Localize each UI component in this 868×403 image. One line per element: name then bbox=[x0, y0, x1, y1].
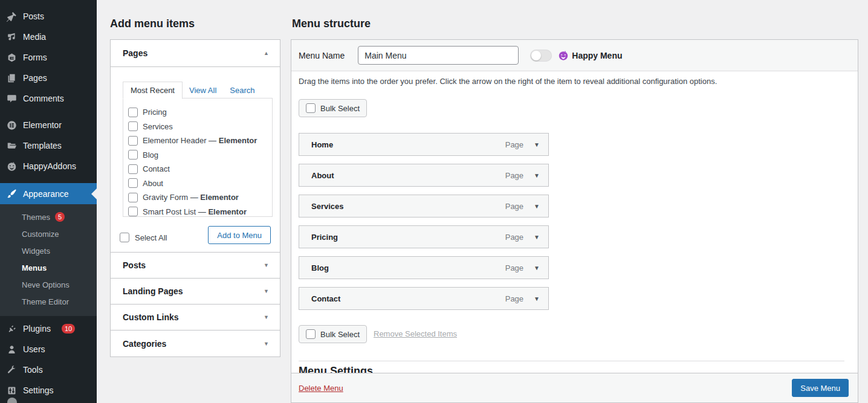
chevron-down-icon: ▼ bbox=[264, 288, 269, 294]
page-checkbox[interactable] bbox=[128, 108, 138, 117]
bulk-select-checkbox[interactable] bbox=[306, 329, 316, 339]
menu-name-input[interactable] bbox=[358, 46, 519, 65]
appearance-submenu: Themes 5 Customize Widgets Menus Neve Op… bbox=[0, 204, 97, 316]
page-checkbox[interactable] bbox=[128, 121, 138, 131]
expand-item-icon[interactable]: ▼ bbox=[534, 265, 540, 271]
happy-menu-label: Happy Menu bbox=[572, 51, 622, 60]
expand-item-icon[interactable]: ▼ bbox=[534, 172, 540, 179]
list-item: About bbox=[128, 176, 272, 191]
sidebar-item-plugins[interactable]: Plugins 10 bbox=[0, 318, 97, 339]
list-item: Blog bbox=[128, 148, 272, 163]
page-checkbox[interactable] bbox=[128, 178, 138, 188]
page-checkbox[interactable] bbox=[128, 150, 138, 160]
accordion-landing-pages[interactable]: Landing Pages ▼ bbox=[111, 279, 280, 305]
submenu-item-menus[interactable]: Menus bbox=[0, 259, 97, 276]
tab-view-all[interactable]: View All bbox=[183, 82, 223, 98]
forms-icon bbox=[6, 52, 17, 63]
menu-item-type: Page bbox=[505, 263, 523, 272]
accordion-categories[interactable]: Categories ▼ bbox=[111, 330, 280, 356]
menu-structure-box: Menu Name Happy Menu Drag the items into… bbox=[291, 39, 858, 403]
menu-item-about[interactable]: About Page▼ bbox=[299, 164, 549, 187]
bulk-select-bottom[interactable]: Bulk Select bbox=[299, 325, 367, 343]
save-menu-button[interactable]: Save Menu bbox=[792, 379, 849, 397]
pages-panel-title: Pages bbox=[123, 48, 147, 58]
pages-panel-header[interactable]: Pages ▲ bbox=[111, 40, 280, 67]
menu-item-contact[interactable]: Contact Page▼ bbox=[299, 287, 549, 310]
add-menu-items-heading: Add menu items bbox=[110, 18, 195, 30]
sidebar-item-settings[interactable]: Settings bbox=[0, 380, 97, 401]
tab-search[interactable]: Search bbox=[223, 82, 261, 98]
select-all-label: Select All bbox=[135, 233, 167, 242]
accordion-title: Landing Pages bbox=[123, 286, 183, 296]
pages-tabs: Most Recent View All Search bbox=[123, 82, 261, 98]
sidebar-item-label: Plugins bbox=[23, 324, 51, 334]
accordion-custom-links[interactable]: Custom Links ▼ bbox=[111, 305, 280, 330]
menu-structure-heading: Menu structure bbox=[292, 18, 371, 30]
expand-item-icon[interactable]: ▼ bbox=[534, 234, 540, 240]
add-to-menu-button[interactable]: Add to Menu bbox=[208, 226, 271, 244]
happy-menu-icon bbox=[558, 50, 569, 61]
sidebar-item-tools[interactable]: Tools bbox=[0, 359, 97, 380]
menu-name-row: Menu Name Happy Menu bbox=[291, 40, 858, 71]
list-item: Gravity Form — Elementor bbox=[128, 190, 272, 205]
accordion-posts[interactable]: Posts ▼ bbox=[111, 253, 280, 279]
menu-item-label: Services bbox=[311, 202, 344, 211]
select-all-checkbox[interactable] bbox=[120, 233, 129, 242]
sidebar-item-label: Comments bbox=[23, 94, 64, 103]
menu-item-label: About bbox=[311, 171, 334, 180]
page-checkbox[interactable] bbox=[128, 193, 138, 202]
submenu-item-themes[interactable]: Themes 5 bbox=[0, 208, 97, 225]
tab-most-recent[interactable]: Most Recent bbox=[123, 82, 183, 99]
active-item-notch bbox=[91, 189, 97, 199]
sidebar-item-posts[interactable]: Posts bbox=[0, 6, 97, 27]
sidebar-item-label: HappyAddons bbox=[23, 161, 76, 171]
menu-item-home[interactable]: Home Page▼ bbox=[299, 133, 549, 156]
pages-checklist: Pricing Services Elementor Header — Elem… bbox=[123, 98, 273, 217]
bulk-select-top[interactable]: Bulk Select bbox=[299, 99, 367, 117]
sidebar-item-media[interactable]: Media bbox=[0, 27, 97, 47]
chevron-down-icon: ▼ bbox=[264, 314, 269, 320]
sidebar-spacer bbox=[0, 0, 97, 6]
happy-menu-toggle[interactable] bbox=[530, 50, 552, 62]
page-checkbox[interactable] bbox=[128, 136, 138, 146]
bulk-select-checkbox[interactable] bbox=[306, 103, 316, 113]
sidebar-item-templates[interactable]: Templates bbox=[0, 135, 97, 156]
collapse-up-icon[interactable]: ▲ bbox=[264, 50, 269, 56]
menu-item-pricing[interactable]: Pricing Page▼ bbox=[299, 225, 549, 248]
remove-selected-items-link[interactable]: Remove Selected Items bbox=[374, 329, 457, 338]
sidebar-item-comments[interactable]: Comments bbox=[0, 88, 97, 109]
sidebar-item-elementor[interactable]: Elementor bbox=[0, 115, 97, 135]
submenu-item-customize[interactable]: Customize bbox=[0, 225, 97, 242]
expand-item-icon[interactable]: ▼ bbox=[534, 141, 540, 148]
sidebar-item-forms[interactable]: Forms bbox=[0, 47, 97, 68]
sidebar-item-label: Tools bbox=[23, 365, 43, 375]
list-item: Elementor Header — Elementor bbox=[128, 134, 272, 148]
toggle-knob bbox=[531, 51, 541, 60]
page-item-label: About bbox=[143, 179, 163, 188]
delete-menu-link[interactable]: Delete Menu bbox=[299, 384, 343, 393]
sidebar-item-pages[interactable]: Pages bbox=[0, 68, 97, 88]
drag-instructions: Drag the items into the order you prefer… bbox=[299, 77, 717, 86]
sidebar-item-label: Forms bbox=[23, 53, 47, 62]
page-checkbox[interactable] bbox=[128, 164, 138, 174]
sidebar-item-label: Users bbox=[23, 344, 45, 354]
sidebar-item-appearance[interactable]: Appearance bbox=[0, 183, 97, 204]
page-checkbox[interactable] bbox=[128, 207, 138, 216]
sidebar-item-happyaddons[interactable]: HappyAddons bbox=[0, 156, 97, 176]
comments-icon bbox=[6, 93, 17, 104]
expand-item-icon[interactable]: ▼ bbox=[534, 295, 540, 302]
pin-icon bbox=[6, 11, 17, 22]
list-item: Services bbox=[128, 120, 272, 134]
expand-item-icon[interactable]: ▼ bbox=[534, 203, 540, 210]
pages-icon bbox=[6, 73, 17, 83]
page-item-label: Contact bbox=[143, 164, 170, 173]
submenu-item-theme-editor[interactable]: Theme Editor bbox=[0, 293, 97, 310]
clipped-menu-icon bbox=[7, 398, 17, 403]
submenu-item-widgets[interactable]: Widgets bbox=[0, 242, 97, 259]
sidebar-item-users[interactable]: Users bbox=[0, 339, 97, 359]
sidebar-item-label: Appearance bbox=[23, 189, 69, 199]
menu-item-blog[interactable]: Blog Page▼ bbox=[299, 256, 549, 279]
menu-item-services[interactable]: Services Page▼ bbox=[299, 195, 549, 218]
submenu-item-neve-options[interactable]: Neve Options bbox=[0, 276, 97, 293]
happyaddons-icon bbox=[6, 161, 17, 172]
